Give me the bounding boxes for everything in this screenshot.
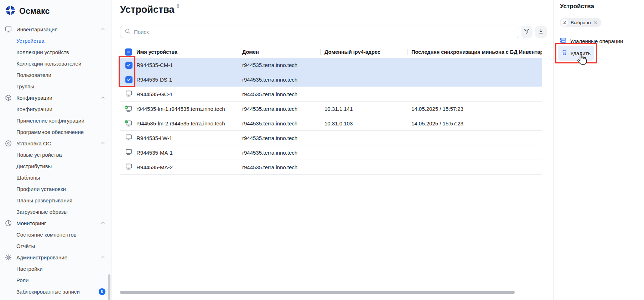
device-name: R944535-LW-1 xyxy=(136,131,172,145)
device-domain: r944535.terra.inno.tech xyxy=(242,72,297,87)
download-button[interactable] xyxy=(535,26,547,38)
delete-label: Удалить xyxy=(570,50,591,56)
sidebar-item-roles[interactable]: Роли xyxy=(0,274,111,286)
row-checkbox-checked[interactable] xyxy=(125,76,133,83)
sidebar-item-software[interactable]: Программное обеспечение xyxy=(0,126,111,138)
search-input[interactable] xyxy=(134,29,515,35)
sidebar-item-devices[interactable]: Устройства xyxy=(0,35,111,46)
column-header-domain: Домен xyxy=(242,46,259,58)
monitor-icon xyxy=(125,163,132,171)
monitor-icon xyxy=(125,90,132,98)
sidebar-item-label: Устройства xyxy=(16,38,44,44)
device-name: R944535-GC-1 xyxy=(136,87,173,102)
table-row[interactable]: r944535-lm-1.r944535.terra.inno.tech r94… xyxy=(120,102,542,116)
sidebar-item-blocked-records[interactable]: Заблокированные записи 0 xyxy=(0,286,111,297)
chevron-up-icon[interactable] xyxy=(100,255,105,260)
device-domain: r944535.terra.inno.tech xyxy=(242,131,297,145)
sidebar: Осмакс Инвентаризация Устройства Коллекц… xyxy=(0,0,111,300)
sidebar-item-label: Шаблоны xyxy=(16,175,40,181)
sidebar-item-label: Коллекции устройств xyxy=(16,49,69,55)
sidebar-item-label: Применение конфигураций xyxy=(16,118,84,124)
device-ipv4: 10.31.0.103 xyxy=(324,116,353,131)
sidebar-section-monitoring[interactable]: Мониторинг xyxy=(0,217,111,229)
select-all-checkbox[interactable] xyxy=(125,48,132,56)
device-domain: r944535.terra.inno.tech xyxy=(242,145,297,160)
table-row[interactable]: r944535-lm-2.r944535.terra.inno.tech r94… xyxy=(120,116,542,131)
sidebar-item-new-devices[interactable]: Новые устройства xyxy=(0,149,111,160)
remote-operations-label: Удаленные операции xyxy=(570,38,623,44)
sidebar-item-label: Конфигурации xyxy=(16,106,52,112)
delete-button[interactable]: Удалить xyxy=(558,46,594,61)
sidebar-section-label: Конфигурации xyxy=(16,95,52,101)
sidebar-item-device-collections[interactable]: Коллекции устройств xyxy=(0,46,111,58)
sidebar-section-os-install[interactable]: Установка ОС xyxy=(0,138,111,149)
sidebar-item-deployment-plans[interactable]: Планы развертывания xyxy=(0,195,111,206)
table-row[interactable]: R944535-LW-1 r944535.terra.inno.tech xyxy=(120,131,542,145)
sidebar-item-templates[interactable]: Шаблоны xyxy=(0,172,111,183)
table-row[interactable]: R944535-MA-1 r944535.terra.inno.tech xyxy=(120,145,542,160)
sidebar-item-users[interactable]: Пользователи xyxy=(0,69,111,81)
app-name: Осмакс xyxy=(19,6,50,16)
chevron-up-icon[interactable] xyxy=(100,27,105,32)
sidebar-item-label: Коллекции пользователей xyxy=(16,61,81,67)
table-row[interactable]: R944535-DS-1 r944535.terra.inno.tech xyxy=(120,72,542,87)
sidebar-scrollbar[interactable] xyxy=(108,274,110,300)
chevron-up-icon[interactable] xyxy=(100,95,105,100)
sidebar-section-administration[interactable]: Администрирование xyxy=(0,252,111,263)
table-row[interactable]: R944535-MA-2 r944535.terra.inno.tech xyxy=(120,160,542,175)
sidebar-item-distributions[interactable]: Дистрибутивы xyxy=(0,160,111,172)
sidebar-item-label: Профили установки xyxy=(16,186,66,192)
monitor-icon xyxy=(125,134,132,142)
device-name: R944535-MA-1 xyxy=(136,145,173,160)
device-name: r944535-lm-2.r944535.terra.inno.tech xyxy=(136,116,225,131)
remote-operations-button[interactable]: Удаленные операции xyxy=(560,37,623,45)
sidebar-item-component-status[interactable]: Состояние компонентов xyxy=(0,229,111,240)
sidebar-item-label: Состояние компонентов xyxy=(16,232,77,238)
row-checkbox-checked[interactable] xyxy=(125,62,133,69)
table-row[interactable]: R944535-GC-1 r944535.terra.inno.tech xyxy=(120,87,542,102)
gear-icon xyxy=(5,254,12,261)
disc-icon xyxy=(5,140,12,147)
filter-button[interactable] xyxy=(521,26,533,38)
sidebar-section-inventory[interactable]: Инвентаризация xyxy=(0,24,111,35)
monitor-icon xyxy=(125,149,132,157)
sidebar-section-label: Инвентаризация xyxy=(16,26,58,32)
horizontal-scrollbar[interactable] xyxy=(120,291,515,294)
table-row[interactable]: R944535-CM-1 r944535.terra.inno.tech xyxy=(120,58,542,72)
device-name: R944535-MA-2 xyxy=(136,160,173,175)
column-header-ipv4: Доменный ipv4-адрес xyxy=(324,46,380,58)
chevron-up-icon[interactable] xyxy=(100,221,105,226)
funnel-icon xyxy=(524,28,530,36)
sidebar-item-label: Пользователи xyxy=(16,72,51,78)
panel-divider xyxy=(553,0,554,300)
sidebar-section-configurations[interactable]: Конфигурации xyxy=(0,92,111,103)
app-logo: Осмакс xyxy=(5,5,50,17)
sidebar-item-boot-images[interactable]: Загрузочные образы xyxy=(0,206,111,217)
device-name: R944535-DS-1 xyxy=(136,72,172,87)
selection-chip: 2 Выбрано xyxy=(560,18,601,27)
column-header-last-sync: Последняя синхронизация миньона с БД Инв… xyxy=(411,46,542,58)
page-title: Устройства8 xyxy=(120,4,180,15)
sidebar-item-configurations[interactable]: Конфигурации xyxy=(0,103,111,115)
device-domain: r944535.terra.inno.tech xyxy=(242,116,297,131)
sidebar-item-label: Дистрибутивы xyxy=(16,163,52,169)
sidebar-item-user-collections[interactable]: Коллекции пользователей xyxy=(0,58,111,69)
sidebar-item-settings[interactable]: Настройки xyxy=(0,263,111,274)
sidebar-item-groups[interactable]: Группы xyxy=(0,81,111,92)
table-header: Имя устройства Домен Доменный ipv4-адрес… xyxy=(120,46,542,58)
device-name: r944535-lm-1.r944535.terra.inno.tech xyxy=(136,102,225,116)
column-divider xyxy=(238,49,238,55)
column-header-name: Имя устройства xyxy=(136,46,177,58)
sidebar-item-label: Заблокированные записи xyxy=(16,289,80,295)
sidebar-item-label: Программное обеспечение xyxy=(16,129,84,135)
clear-selection-icon[interactable] xyxy=(593,20,598,25)
device-name: R944535-CM-1 xyxy=(136,58,173,72)
sidebar-item-apply-configurations[interactable]: Применение конфигураций xyxy=(0,115,111,126)
chevron-up-icon[interactable] xyxy=(100,141,105,146)
sidebar-item-reports[interactable]: Отчёты xyxy=(0,240,111,252)
device-last-sync: 14.05.2025 / 15:57:23 xyxy=(411,102,463,116)
device-domain: r944535.terra.inno.tech xyxy=(242,87,297,102)
monitor-online-icon xyxy=(125,120,132,127)
sidebar-item-install-profiles[interactable]: Профили установки xyxy=(0,183,111,195)
sidebar-item-label: Настройки xyxy=(16,266,43,272)
